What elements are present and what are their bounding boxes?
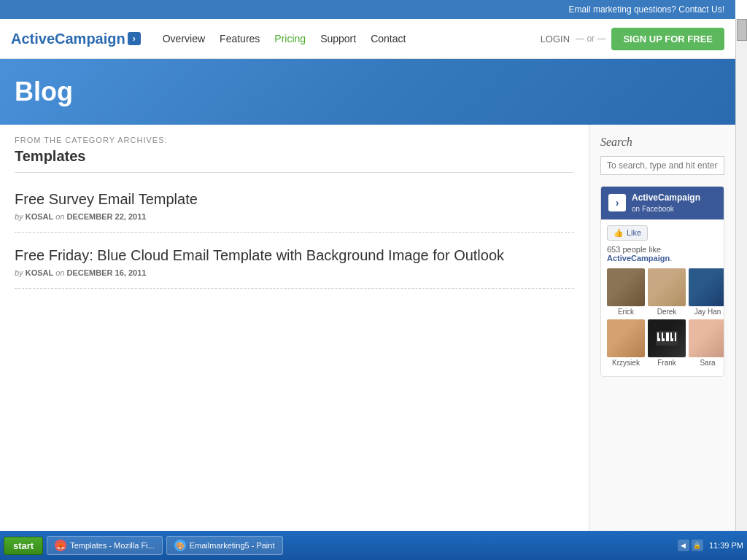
category-title: Templates [15, 148, 574, 173]
paint-icon: 🎨 [174, 540, 186, 551]
avatar-img-jayhan [689, 268, 724, 306]
security-icon: 🔒 [692, 540, 703, 551]
firefox-icon: 🦊 [55, 540, 66, 551]
post-meta-1: by KOSAL on DECEMBER 22, 2011 [15, 212, 574, 221]
fb-page-name: ActiveCampaign [632, 192, 700, 204]
avatar-derek: Derek [648, 268, 686, 316]
like-count-text: 653 people like [607, 245, 661, 254]
avatar-img-sara [689, 319, 724, 357]
category-label: From the category archives: [15, 136, 574, 144]
or-divider: — or — [576, 34, 605, 44]
auth-area: LOGIN — or — SIGN UP FOR FREE [541, 28, 724, 50]
scrollbar[interactable] [735, 19, 747, 531]
taskbar: start 🦊 Templates - Mozilla Fi... 🎨 Emai… [0, 531, 747, 560]
banner-text: Email marketing questions? Contact Us! [569, 4, 724, 15]
login-button[interactable]: LOGIN [541, 34, 570, 44]
post-title-2[interactable]: Free Friday: Blue Cloud Email Template w… [15, 247, 574, 264]
taskbar-item-paint[interactable]: 🎨 Emailmarketing5 - Paint [166, 536, 283, 555]
top-banner: Email marketing questions? Contact Us! [0, 0, 735, 19]
system-clock: 11:39 PM [709, 541, 743, 550]
avatar-img-erick [607, 268, 645, 306]
network-icon: ◀ [678, 540, 689, 551]
taskbar-label-paint: Emailmarketing5 - Paint [190, 541, 275, 550]
blog-banner: Blog [0, 59, 735, 125]
svg-rect-8 [672, 332, 674, 338]
avatar-label-frank: Frank [648, 359, 686, 367]
avatar-row-1: Erick Derek Jay Han [607, 268, 718, 316]
fb-header: › ActiveCampaign on Facebook [601, 187, 724, 219]
avatar-krzysiek: Krzysiek [607, 319, 645, 367]
like-button[interactable]: 👍 Like [607, 225, 648, 241]
avatar-label-sara: Sara [689, 359, 724, 367]
post-by-1: by [15, 212, 23, 221]
post-on-2: on [55, 268, 64, 277]
signup-button[interactable]: SIGN UP FOR FREE [611, 28, 724, 50]
avatar-label-erick: Erick [607, 308, 645, 316]
avatar-label-jayhan: Jay Han [689, 308, 724, 316]
svg-rect-7 [663, 332, 665, 338]
post-title-1[interactable]: Free Survey Email Template [15, 191, 574, 208]
left-content: From the category archives: Templates Fr… [0, 125, 589, 531]
svg-rect-5 [675, 332, 676, 341]
fb-on-facebook: on Facebook [632, 204, 700, 214]
nav-pricing[interactable]: Pricing [274, 33, 306, 44]
taskbar-right: ◀ 🔒 11:39 PM [678, 540, 743, 551]
blog-title: Blog [15, 77, 73, 107]
avatar-frank: Frank [648, 319, 686, 367]
search-heading: Search [600, 136, 724, 149]
notification-icons: ◀ 🔒 [678, 540, 703, 551]
nav-contact[interactable]: Contact [371, 33, 406, 44]
post-author-2: KOSAL [26, 268, 54, 277]
taskbar-item-firefox[interactable]: 🦊 Templates - Mozilla Fi... [47, 536, 163, 555]
blog-post-2: Free Friday: Blue Cloud Email Template w… [15, 240, 574, 289]
avatar-label-derek: Derek [648, 308, 686, 316]
like-count: 653 people like ActiveCampaign. [607, 245, 718, 262]
right-sidebar: Search › ActiveCampaign on Facebook 👍 [589, 125, 735, 531]
like-count-brand: ActiveCampaign [607, 254, 670, 262]
svg-rect-3 [666, 332, 669, 341]
avatar-img-krzysiek [607, 319, 645, 357]
facebook-widget: › ActiveCampaign on Facebook 👍 Like 653 … [600, 186, 724, 377]
avatar-img-frank [648, 319, 686, 357]
site-logo[interactable]: ActiveCampaign › [11, 31, 141, 47]
svg-rect-6 [659, 332, 661, 338]
taskbar-label-firefox: Templates - Mozilla Fi... [70, 541, 155, 550]
site-header: ActiveCampaign › Overview Features Prici… [0, 19, 735, 59]
post-date-1: DECEMBER 22, 2011 [67, 212, 147, 221]
scrollbar-thumb[interactable] [737, 19, 747, 41]
avatar-erick: Erick [607, 268, 645, 316]
like-label: Like [627, 228, 641, 237]
thumbs-up-icon: 👍 [614, 228, 624, 238]
blog-post-1: Free Survey Email Template by KOSAL on D… [15, 184, 574, 233]
post-by-2: by [15, 268, 23, 277]
logo-arrow-icon: › [128, 32, 141, 45]
main-content: From the category archives: Templates Fr… [0, 125, 735, 531]
post-author-1: KOSAL [26, 212, 54, 221]
main-navigation: Overview Features Pricing Support Contac… [163, 33, 406, 44]
search-input[interactable] [600, 156, 724, 175]
facebook-logo-icon: › [608, 194, 626, 211]
avatar-img-derek [648, 268, 686, 306]
fb-body: 👍 Like 653 people like ActiveCampaign. E… [601, 219, 724, 376]
piano-icon [652, 324, 681, 353]
post-meta-2: by KOSAL on DECEMBER 16, 2011 [15, 268, 574, 277]
nav-features[interactable]: Features [220, 33, 260, 44]
avatar-label-krzysiek: Krzysiek [607, 359, 645, 367]
nav-support[interactable]: Support [320, 33, 356, 44]
fb-page-info: ActiveCampaign on Facebook [632, 192, 700, 214]
avatar-jayhan: Jay Han [689, 268, 724, 316]
start-button[interactable]: start [4, 537, 43, 555]
post-date-2: DECEMBER 16, 2011 [67, 268, 147, 277]
like-count-suffix: . [670, 254, 672, 262]
nav-overview[interactable]: Overview [163, 33, 205, 44]
post-on-1: on [55, 212, 64, 221]
avatar-sara: Sara [689, 319, 724, 367]
avatar-row-2: Krzysiek [607, 319, 718, 367]
